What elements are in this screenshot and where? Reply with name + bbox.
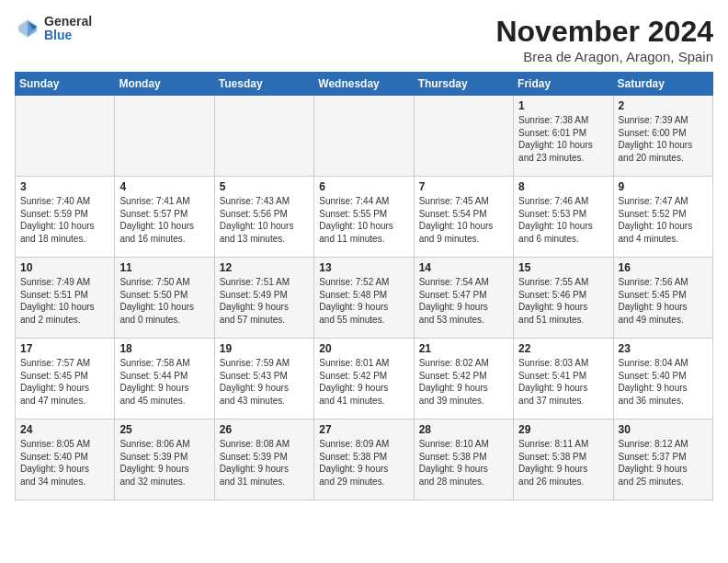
day-info: Sunrise: 7:58 AM Sunset: 5:44 PM Dayligh… [119,357,209,407]
calendar-cell: 28Sunrise: 8:10 AM Sunset: 5:38 PM Dayli… [414,419,513,500]
day-number: 3 [20,180,109,193]
logo-text: General Blue [44,15,92,43]
day-number: 9 [619,180,708,193]
day-number: 28 [419,423,508,436]
day-number: 1 [518,99,608,112]
calendar-cell: 26Sunrise: 8:08 AM Sunset: 5:39 PM Dayli… [214,419,313,500]
calendar-cell [314,96,414,177]
calendar-cell: 5Sunrise: 7:43 AM Sunset: 5:56 PM Daylig… [214,177,313,258]
day-info: Sunrise: 7:46 AM Sunset: 5:53 PM Dayligh… [518,195,608,245]
calendar-cell: 13Sunrise: 7:52 AM Sunset: 5:48 PM Dayli… [314,258,414,339]
day-info: Sunrise: 7:56 AM Sunset: 5:45 PM Dayligh… [619,276,708,326]
weekday-header: Thursday [414,73,513,96]
day-info: Sunrise: 8:10 AM Sunset: 5:38 PM Dayligh… [419,438,508,488]
day-info: Sunrise: 7:45 AM Sunset: 5:54 PM Dayligh… [419,195,508,245]
day-info: Sunrise: 7:39 AM Sunset: 6:00 PM Dayligh… [619,114,708,164]
calendar-cell: 4Sunrise: 7:41 AM Sunset: 5:57 PM Daylig… [115,177,214,258]
day-info: Sunrise: 8:04 AM Sunset: 5:40 PM Dayligh… [619,357,708,407]
day-number: 26 [220,423,309,436]
calendar-cell: 2Sunrise: 7:39 AM Sunset: 6:00 PM Daylig… [613,96,712,177]
day-info: Sunrise: 7:51 AM Sunset: 5:49 PM Dayligh… [220,276,309,326]
weekday-header: Wednesday [314,73,414,96]
calendar-week-row: 24Sunrise: 8:05 AM Sunset: 5:40 PM Dayli… [16,419,713,500]
day-info: Sunrise: 8:08 AM Sunset: 5:39 PM Dayligh… [220,438,309,488]
day-number: 10 [20,261,109,274]
calendar-cell: 30Sunrise: 8:12 AM Sunset: 5:37 PM Dayli… [613,419,712,500]
day-number: 30 [619,423,708,436]
calendar-cell [214,96,313,177]
day-info: Sunrise: 8:05 AM Sunset: 5:40 PM Dayligh… [20,438,109,488]
weekday-header-row: SundayMondayTuesdayWednesdayThursdayFrid… [16,73,713,96]
day-number: 8 [518,180,608,193]
day-number: 6 [319,180,408,193]
calendar-cell: 19Sunrise: 7:59 AM Sunset: 5:43 PM Dayli… [214,339,313,419]
calendar-cell: 6Sunrise: 7:44 AM Sunset: 5:55 PM Daylig… [314,177,414,258]
calendar-table: SundayMondayTuesdayWednesdayThursdayFrid… [15,72,713,500]
logo-general: General [44,15,92,29]
calendar-cell: 3Sunrise: 7:40 AM Sunset: 5:59 PM Daylig… [16,177,115,258]
day-number: 7 [419,180,508,193]
day-info: Sunrise: 7:49 AM Sunset: 5:51 PM Dayligh… [20,276,109,326]
calendar-week-row: 17Sunrise: 7:57 AM Sunset: 5:45 PM Dayli… [16,339,713,419]
calendar-cell: 14Sunrise: 7:54 AM Sunset: 5:47 PM Dayli… [414,258,513,339]
day-info: Sunrise: 7:57 AM Sunset: 5:45 PM Dayligh… [20,357,109,407]
day-info: Sunrise: 7:41 AM Sunset: 5:57 PM Dayligh… [119,195,209,245]
day-info: Sunrise: 7:50 AM Sunset: 5:50 PM Dayligh… [119,276,209,326]
day-info: Sunrise: 7:52 AM Sunset: 5:48 PM Dayligh… [319,276,408,326]
day-number: 4 [119,180,209,193]
weekday-header: Tuesday [214,73,313,96]
weekday-header: Friday [514,73,613,96]
title-block: November 2024 Brea de Aragon, Aragon, Sp… [495,15,713,64]
calendar-cell: 9Sunrise: 7:47 AM Sunset: 5:52 PM Daylig… [613,177,712,258]
day-info: Sunrise: 8:06 AM Sunset: 5:39 PM Dayligh… [119,438,209,488]
calendar-cell: 8Sunrise: 7:46 AM Sunset: 5:53 PM Daylig… [514,177,613,258]
calendar-cell: 16Sunrise: 7:56 AM Sunset: 5:45 PM Dayli… [613,258,712,339]
calendar-week-row: 3Sunrise: 7:40 AM Sunset: 5:59 PM Daylig… [16,177,713,258]
logo-icon [15,16,40,41]
calendar-cell: 22Sunrise: 8:03 AM Sunset: 5:41 PM Dayli… [514,339,613,419]
calendar-cell: 7Sunrise: 7:45 AM Sunset: 5:54 PM Daylig… [414,177,513,258]
calendar-cell: 23Sunrise: 8:04 AM Sunset: 5:40 PM Dayli… [613,339,712,419]
day-number: 13 [319,261,408,274]
calendar-cell [16,96,115,177]
day-number: 24 [20,423,109,436]
page-header: General Blue November 2024 Brea de Arago… [15,15,713,64]
calendar-cell: 27Sunrise: 8:09 AM Sunset: 5:38 PM Dayli… [314,419,414,500]
location: Brea de Aragon, Aragon, Spain [495,49,713,64]
day-number: 15 [518,261,608,274]
day-info: Sunrise: 7:54 AM Sunset: 5:47 PM Dayligh… [419,276,508,326]
calendar-week-row: 10Sunrise: 7:49 AM Sunset: 5:51 PM Dayli… [16,258,713,339]
calendar-week-row: 1Sunrise: 7:38 AM Sunset: 6:01 PM Daylig… [16,96,713,177]
day-number: 29 [518,423,608,436]
day-number: 27 [319,423,408,436]
day-number: 20 [319,342,408,355]
calendar-cell: 25Sunrise: 8:06 AM Sunset: 5:39 PM Dayli… [115,419,214,500]
day-info: Sunrise: 7:38 AM Sunset: 6:01 PM Dayligh… [518,114,608,164]
day-number: 21 [419,342,508,355]
calendar-cell [414,96,513,177]
day-number: 2 [619,99,708,112]
day-info: Sunrise: 8:02 AM Sunset: 5:42 PM Dayligh… [419,357,508,407]
logo: General Blue [15,15,92,43]
day-number: 18 [119,342,209,355]
calendar-cell: 1Sunrise: 7:38 AM Sunset: 6:01 PM Daylig… [514,96,613,177]
calendar-cell: 15Sunrise: 7:55 AM Sunset: 5:46 PM Dayli… [514,258,613,339]
day-number: 12 [220,261,309,274]
day-info: Sunrise: 7:47 AM Sunset: 5:52 PM Dayligh… [619,195,708,245]
day-number: 14 [419,261,508,274]
calendar-cell: 12Sunrise: 7:51 AM Sunset: 5:49 PM Dayli… [214,258,313,339]
calendar-cell: 20Sunrise: 8:01 AM Sunset: 5:42 PM Dayli… [314,339,414,419]
calendar-cell: 18Sunrise: 7:58 AM Sunset: 5:44 PM Dayli… [115,339,214,419]
day-info: Sunrise: 8:09 AM Sunset: 5:38 PM Dayligh… [319,438,408,488]
day-info: Sunrise: 8:12 AM Sunset: 5:37 PM Dayligh… [619,438,708,488]
day-number: 23 [619,342,708,355]
calendar-cell: 24Sunrise: 8:05 AM Sunset: 5:40 PM Dayli… [16,419,115,500]
day-info: Sunrise: 8:11 AM Sunset: 5:38 PM Dayligh… [518,438,608,488]
day-info: Sunrise: 7:55 AM Sunset: 5:46 PM Dayligh… [518,276,608,326]
weekday-header: Saturday [613,73,712,96]
month-title: November 2024 [495,15,713,49]
day-number: 16 [619,261,708,274]
calendar-cell: 11Sunrise: 7:50 AM Sunset: 5:50 PM Dayli… [115,258,214,339]
day-number: 19 [220,342,309,355]
day-number: 22 [518,342,608,355]
